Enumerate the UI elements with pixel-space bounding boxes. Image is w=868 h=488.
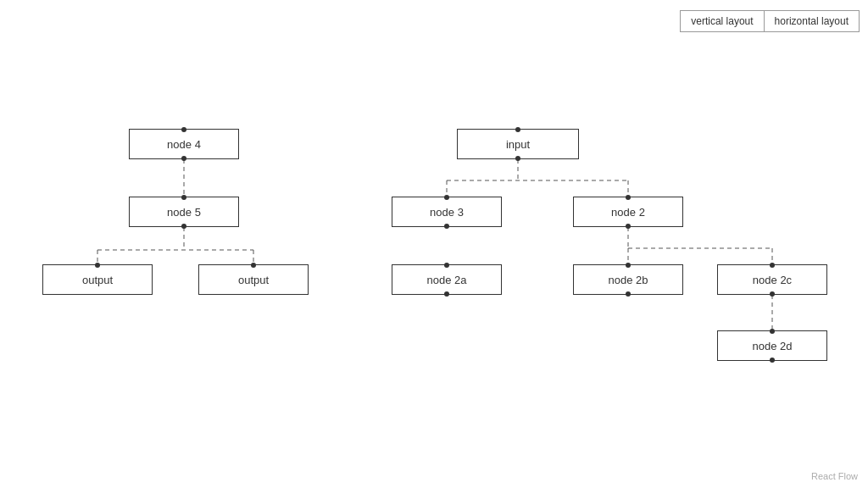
node-5[interactable]: node 5 [129,197,239,227]
node-2a-dot-bottom [444,291,449,297]
node-3-label: node 3 [430,206,464,219]
node-2a-label: node 2a [427,274,467,286]
node-2-dot-top [626,195,631,200]
output-1-dot-top [95,263,100,268]
node-2b[interactable]: node 2b [573,264,683,295]
output-2[interactable]: output [198,264,309,295]
input-node[interactable]: input [457,129,579,159]
node-2c-label: node 2c [753,274,792,286]
output-1[interactable]: output [42,264,153,295]
node-2b-dot-bottom [626,291,631,297]
node-4[interactable]: node 4 [129,129,239,159]
node-2-label: node 2 [611,206,645,219]
node-3-dot-bottom [444,224,449,229]
node-2d-label: node 2d [753,340,793,352]
node-5-label: node 5 [167,206,201,219]
node-2d[interactable]: node 2d [717,330,827,361]
node-2b-label: node 2b [609,274,648,286]
output-1-label: output [82,274,113,286]
node-2d-dot-top [770,329,775,334]
node-3[interactable]: node 3 [392,197,502,227]
node-2b-dot-top [626,263,631,268]
node-4-dot-top [181,127,186,132]
node-2a-dot-top [444,263,449,268]
node-5-dot-bottom [181,224,186,229]
input-node-label: input [506,138,530,151]
node-2a[interactable]: node 2a [392,264,502,295]
canvas: node 4 node 5 output output input node 3… [0,0,868,488]
node-4-dot-bottom [181,156,186,161]
node-2[interactable]: node 2 [573,197,683,227]
node-2c-dot-top [770,263,775,268]
input-dot-top [515,127,520,132]
react-flow-footer: React Flow [811,471,858,481]
node-3-dot-top [444,195,449,200]
node-2d-dot-bottom [770,358,775,363]
node-2c-dot-bottom [770,291,775,297]
node-2-dot-bottom [626,224,631,229]
input-dot-bottom [515,156,520,161]
node-4-label: node 4 [167,138,201,151]
output-2-dot-top [251,263,256,268]
node-2c[interactable]: node 2c [717,264,827,295]
output-2-label: output [238,274,269,286]
node-5-dot-top [181,195,186,200]
